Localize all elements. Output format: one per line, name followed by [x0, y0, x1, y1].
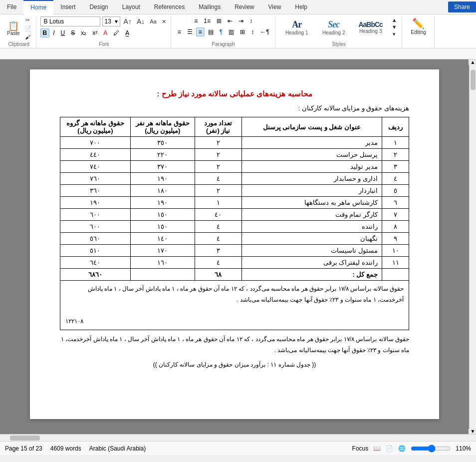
- header-salary-per: حقوق ماهانه هر نفر (میلیون ریال): [130, 117, 195, 137]
- ribbon-tabs: File Home Insert Design Layout Reference…: [0, 0, 476, 14]
- scroll-thumb-horizontal[interactable]: [10, 436, 40, 441]
- table-annual-row: حقوق سالانه براساس ١٧/٨ برابر حقوق هر ما…: [60, 281, 409, 330]
- table-row: ٤ اداری و حسابدار ٤ ١٩٠ ٧٦٠: [60, 173, 409, 185]
- scrollbar-horizontal[interactable]: [0, 434, 476, 441]
- cell-salary-per: ١٩٠: [130, 197, 195, 209]
- cell-job: اداری و حسابدار: [241, 173, 382, 185]
- page-info: Page 15 of 23: [5, 445, 42, 452]
- cut-button[interactable]: ✂: [23, 16, 33, 24]
- copy-button[interactable]: 📄: [23, 25, 33, 32]
- line-spacing-button[interactable]: ↕: [248, 27, 256, 36]
- list-numbers-button[interactable]: 1≡: [201, 16, 213, 25]
- subscript-button[interactable]: x₂: [78, 28, 89, 37]
- editing-button[interactable]: ✏️ Editing: [406, 16, 431, 36]
- cell-salary-per: ٣٥٠: [130, 137, 195, 149]
- tab-design[interactable]: Design: [82, 0, 115, 14]
- heading3-label: Heading 3: [359, 28, 382, 34]
- paragraph-label: Paragraph: [212, 40, 235, 47]
- font-name-box[interactable]: B Lotus: [40, 16, 100, 26]
- strikethrough-button[interactable]: S: [68, 28, 77, 37]
- view-web-icon[interactable]: 🌐: [398, 445, 406, 452]
- grow-font-button[interactable]: A↑: [122, 17, 133, 26]
- language-indicator[interactable]: Arabic (Saudi Arabia): [89, 445, 146, 452]
- scrollbar-vertical[interactable]: ▲ ▼: [469, 59, 476, 434]
- zoom-slider[interactable]: [411, 445, 451, 453]
- increase-indent-button[interactable]: ⇥: [236, 16, 246, 25]
- heading1-label: Heading 1: [285, 30, 308, 35]
- cell-radif: ٧: [382, 209, 409, 221]
- cell-salary-group: ٥٦٠: [60, 233, 131, 245]
- annual-value: حقوق سالانه براساس ١٧/٨ برابر حقوق هر ما…: [60, 281, 409, 330]
- align-left-button[interactable]: ≡: [175, 27, 184, 36]
- paragraph-content: ≡ 1≡ ⊞ ⇤ ⇥ ↕ ≡ ☰ ≡ ▤ ¶ ▥ ⊞ ↕ ←¶: [175, 16, 272, 36]
- cell-count: ٢: [195, 149, 241, 161]
- tab-help[interactable]: Help: [288, 0, 314, 14]
- justify-button[interactable]: ▤: [206, 27, 216, 36]
- tab-mailings[interactable]: Mailings: [192, 0, 228, 14]
- cell-salary-group: ٦٠٠: [60, 221, 131, 233]
- rtl-button[interactable]: ←¶: [257, 27, 271, 36]
- change-case-button[interactable]: Aa: [148, 18, 158, 25]
- tab-references[interactable]: References: [147, 0, 192, 14]
- scroll-down-button[interactable]: ▼: [469, 429, 476, 434]
- text-color-button[interactable]: A̲: [123, 28, 132, 37]
- cell-count: ٤: [195, 233, 241, 245]
- table-row: ١١ راننده لیفتراک برقی ٤ ١٦٠ ٦٤٠: [60, 257, 409, 269]
- styles-scroll-down[interactable]: ▼: [390, 23, 399, 30]
- paste-label: Paste: [7, 30, 20, 36]
- tab-review[interactable]: Review: [228, 0, 261, 14]
- word-count: 4609 words: [50, 445, 81, 452]
- cell-salary-group: ٤٤٠: [60, 149, 131, 161]
- shrink-font-button[interactable]: A↓: [135, 17, 146, 26]
- format-painter-button[interactable]: 🖌: [23, 33, 33, 40]
- tab-view[interactable]: View: [261, 0, 288, 14]
- cell-count: ٤٠: [195, 209, 241, 221]
- share-button[interactable]: Share: [448, 1, 476, 12]
- align-right-button[interactable]: ≡: [196, 27, 205, 36]
- list-bullets-button[interactable]: ≡: [192, 16, 200, 25]
- borders-button[interactable]: ⊞: [238, 27, 247, 36]
- view-print-icon[interactable]: 📄: [386, 445, 393, 452]
- paste-button[interactable]: 📋 Paste: [5, 20, 22, 37]
- style-heading1[interactable]: Ar Heading 1: [279, 18, 314, 37]
- bold-button[interactable]: B: [40, 28, 50, 37]
- align-center-button[interactable]: ☰: [185, 27, 195, 36]
- cell-job: کارشناس ماهر به دستگاهها: [241, 197, 382, 209]
- sort-button[interactable]: ↕: [247, 16, 255, 25]
- italic-button[interactable]: I: [50, 28, 57, 37]
- font-color-button[interactable]: A: [101, 28, 110, 37]
- font-size-box[interactable]: 13▾: [102, 16, 120, 26]
- cell-job: مدیر تولید: [241, 161, 382, 173]
- underline-button[interactable]: U: [58, 28, 68, 37]
- cell-count: ٤: [195, 221, 241, 233]
- scroll-thumb-vertical[interactable]: [471, 70, 476, 90]
- multilevel-list-button[interactable]: ⊞: [214, 16, 224, 25]
- focus-button[interactable]: Focus: [352, 445, 369, 452]
- cell-job: مسئول تاسیسات: [241, 245, 382, 257]
- tab-home[interactable]: Home: [23, 0, 53, 14]
- tab-insert[interactable]: Insert: [53, 0, 82, 14]
- clear-format-button[interactable]: ✕: [160, 18, 168, 25]
- highlight-button[interactable]: 🖊: [111, 28, 122, 37]
- show-marks-button[interactable]: ¶: [217, 27, 225, 36]
- table-row: ٢ پرسنل حراست ٢ ٢٢٠ ٤٤٠: [60, 149, 409, 161]
- tab-layout[interactable]: Layout: [115, 0, 147, 14]
- shading-button[interactable]: ▥: [226, 27, 237, 36]
- superscript-button[interactable]: x²: [90, 28, 100, 37]
- format-buttons-row: B I U S x₂ x² A 🖊 A̲: [40, 28, 132, 37]
- scroll-up-button[interactable]: ▲: [469, 59, 476, 65]
- decrease-indent-button[interactable]: ⇤: [225, 16, 235, 25]
- style-heading2[interactable]: Sec Heading 2: [316, 18, 351, 37]
- cell-radif: ١٠: [382, 245, 409, 257]
- table-body: ١ مدیر ٢ ٣٥٠ ٧٠٠ ٢ پرسنل حراست ٢ ٢٢٠ ٤٤٠…: [60, 137, 409, 330]
- styles-expand[interactable]: ▾: [390, 30, 399, 38]
- ribbon-body: 📋 Paste ✂ 📄 🖌 Clipboard B Lotus 13▾: [0, 14, 476, 48]
- document-table: ردیف عنوان شغل و پست سازمانی پرسنل تعداد…: [60, 117, 409, 330]
- tab-file[interactable]: File: [0, 0, 23, 14]
- style-heading3[interactable]: AaBbCc Heading 3: [353, 19, 388, 35]
- styles-scroll-up[interactable]: ▲: [390, 16, 399, 23]
- editing-icon: ✏️: [412, 17, 425, 29]
- cell-salary-group: ٣٦٠: [60, 185, 131, 197]
- group-styles: Ar Heading 1 Sec Heading 2 AaBbCc Headin…: [276, 16, 402, 48]
- view-read-icon[interactable]: 📖: [373, 445, 381, 452]
